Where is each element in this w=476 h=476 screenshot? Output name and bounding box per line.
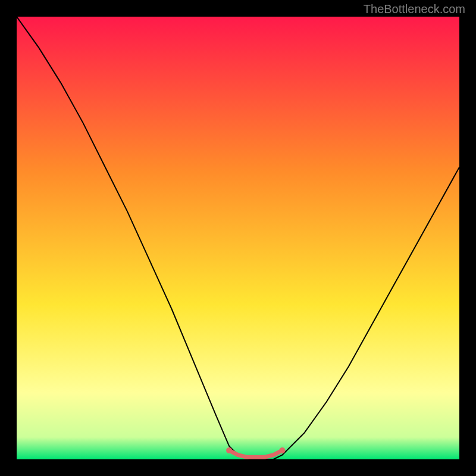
svg-point-0 — [226, 447, 232, 453]
chart-svg — [17, 17, 459, 459]
svg-point-1 — [279, 447, 285, 453]
chart-plot-area — [17, 17, 459, 459]
watermark-text: TheBottleneck.com — [364, 2, 465, 16]
chart-background — [17, 17, 459, 459]
